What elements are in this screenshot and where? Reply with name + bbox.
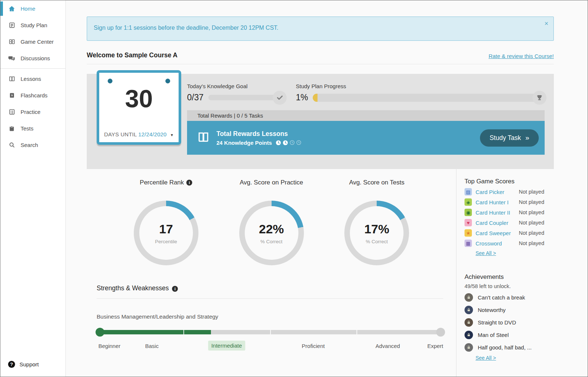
calendar-ring-dot: [165, 79, 170, 83]
gauge-value: 22%: [259, 222, 284, 236]
info-icon[interactable]: i: [172, 286, 178, 292]
gauge-caption: % Correct: [366, 239, 388, 244]
chevron-down-icon[interactable]: ▼: [170, 133, 174, 137]
close-icon[interactable]: ×: [544, 20, 548, 27]
game-status: Not played: [519, 209, 544, 215]
achievement-name: Can't catch a break: [478, 294, 525, 301]
gauge-title-text: Percentile Rank: [140, 179, 184, 187]
game-link[interactable]: Card Coupler: [476, 220, 508, 226]
sidebar-item-label: Discussions: [21, 55, 50, 61]
help-icon: ?: [8, 361, 15, 368]
game-status: Not played: [519, 240, 544, 246]
support-button[interactable]: ? Support: [8, 361, 39, 368]
game-row: ▦ Crossword Not played: [465, 240, 544, 247]
sidebar-item-label: Game Center: [21, 39, 54, 45]
sidebar-item-game-center[interactable]: Game Center: [0, 33, 65, 50]
game-status: Not played: [519, 199, 544, 205]
banner-message: Sign up for 1:1 sessions before the dead…: [94, 25, 279, 31]
sidebar-item-discussions[interactable]: Discussions: [0, 50, 65, 67]
skill-level-labels: Beginner Basic Intermediate Proficient A…: [97, 340, 443, 353]
gauge-value: 17%: [364, 222, 389, 236]
sidebar-item-tests[interactable]: Tests: [0, 120, 65, 137]
sidebar-item-study-plan[interactable]: Study Plan: [0, 17, 65, 33]
games-see-all-link[interactable]: See All >: [476, 250, 496, 256]
rate-review-link[interactable]: Rate & review this Course!: [488, 53, 554, 59]
donut-ring: 22% % Correct: [239, 201, 304, 265]
achievement-row: Straight to DVD: [465, 318, 544, 327]
days-remaining: 30: [99, 86, 179, 111]
achievement-row: Noteworthy: [465, 306, 544, 314]
knowledge-goal-block: Today's Knowledge Goal 0/37: [187, 83, 285, 103]
game-link[interactable]: Card Picker: [476, 189, 504, 195]
study-task-label: Study Task: [490, 134, 521, 142]
clock-icon: [276, 140, 281, 146]
trophy-icon: [533, 91, 546, 105]
sidebar-item-label: Lessons: [21, 76, 41, 82]
search-icon: [8, 141, 15, 149]
skill-level-label: Expert: [427, 343, 443, 349]
skill-progress-fill: [97, 330, 211, 334]
skill-level-label: Basic: [145, 343, 159, 349]
gauge-title-text: Avg. Score on Practice: [240, 179, 303, 187]
game-link[interactable]: Card Sweeper: [476, 230, 511, 236]
sidebar-item-label: Practice: [21, 109, 40, 115]
right-panel: Top Game Scores ▨ Card Picker Not played…: [456, 169, 554, 377]
clock-icon: [283, 140, 288, 146]
lock-icon: [465, 331, 473, 339]
sidebar-item-home[interactable]: Home: [0, 0, 65, 17]
study-plan-progress-block: Study Plan Progress 1%: [296, 83, 545, 103]
lock-icon: [465, 306, 473, 314]
donut-center: 17% % Correct: [350, 206, 404, 260]
game-link[interactable]: Card Hunter I: [476, 199, 509, 205]
strengths-weaknesses-section: Strengths & Weaknesses i Business Manage…: [87, 284, 456, 353]
task-text: Total Rewards Lessons 24 Knowledge Point…: [216, 130, 301, 146]
lock-icon: [465, 318, 473, 327]
game-status: Not played: [519, 189, 544, 195]
game-link[interactable]: Card Hunter II: [476, 209, 510, 216]
achievements-see-all-link[interactable]: See All >: [476, 355, 496, 361]
skill-level-label: Advanced: [376, 343, 400, 349]
skill-tick: [183, 330, 184, 334]
lock-icon: [465, 343, 473, 352]
chevron-right-icon: »: [525, 134, 529, 142]
game-link[interactable]: Crossword: [476, 240, 502, 247]
skill-progressbar: [97, 330, 443, 334]
knowledge-goal-value: 0/37: [187, 93, 204, 103]
skill-level-label: Proficient: [302, 343, 325, 349]
tests-icon: [8, 125, 15, 132]
sidebar-item-flashcards[interactable]: Flashcards: [0, 87, 65, 104]
info-icon[interactable]: i: [186, 180, 192, 186]
countdown-calendar[interactable]: 30 DAYS UNTIL 12/24/2020 ▼: [97, 70, 181, 145]
donut-ring: 17% % Correct: [344, 201, 409, 265]
card-hunter-1-icon: ◈: [465, 198, 472, 206]
sidebar-item-lessons[interactable]: Lessons: [0, 71, 65, 87]
sidebar-item-search[interactable]: Search: [0, 137, 65, 153]
study-task-button[interactable]: Study Task »: [480, 129, 539, 147]
welcome-row: Welcome to Sample Course A Rate & review…: [87, 51, 554, 64]
stats-left: Percentile Rank i 17 Percentile Avg.: [87, 169, 456, 377]
gauge-title: Avg. Score on Practice: [232, 179, 311, 201]
game-status: Not played: [519, 230, 544, 236]
sidebar-item-label: Flashcards: [21, 92, 47, 98]
achievement-row: Can't catch a break: [465, 293, 544, 302]
flashcards-icon: [8, 92, 15, 99]
gauge-title-text: Avg. Score on Tests: [349, 179, 405, 187]
gauge-title: Avg. Score on Tests: [337, 179, 416, 201]
sidebar-item-label: Study Plan: [21, 22, 47, 28]
achievement-row: Half good, half bad, ...: [465, 343, 544, 352]
discussions-icon: [8, 55, 15, 62]
days-until-label: DAYS UNTIL: [104, 131, 137, 137]
tests-score-gauge: Avg. Score on Tests 17% % Correct: [324, 179, 430, 265]
sidebar-item-practice[interactable]: Practice: [0, 104, 65, 120]
calendar-footer: DAYS UNTIL 12/24/2020 ▼: [99, 131, 179, 137]
game-status: Not played: [519, 220, 544, 226]
sidebar-item-label: Tests: [21, 125, 33, 132]
target-date[interactable]: 12/24/2020: [138, 131, 166, 137]
progress-fill: [313, 94, 318, 102]
skill-tick: [270, 330, 271, 334]
card-sweeper-icon: ★: [465, 229, 472, 237]
clock-icon: [296, 140, 301, 145]
study-plan-progress-label: Study Plan Progress: [296, 83, 545, 89]
rewards-summary-bar: Total Rewards | 0 / 5 Tasks: [187, 110, 545, 121]
practice-score-gauge: Avg. Score on Practice 22% % Correct: [219, 179, 324, 265]
